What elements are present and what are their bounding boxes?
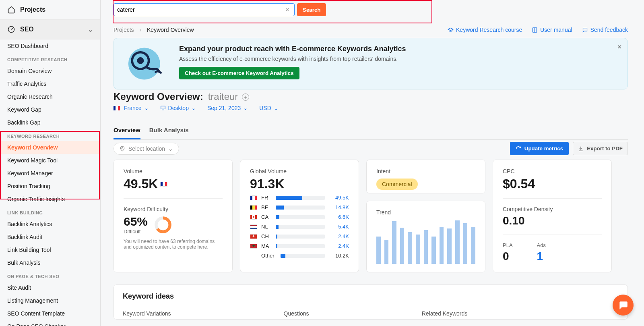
svg-point-5 xyxy=(137,57,144,64)
page-title-wrap: Keyword Overview: traiteur + xyxy=(114,91,249,102)
sidebar-item[interactable]: Backlink Analytics xyxy=(0,218,100,230)
sidebar-item[interactable]: Site Audit xyxy=(0,281,100,294)
sidebar-item[interactable]: Link Building Tool xyxy=(0,243,100,256)
kd-word: Difficult xyxy=(124,228,148,235)
trend-bar xyxy=(440,227,444,264)
trend-bar xyxy=(384,240,389,264)
intent-value: Commercial xyxy=(376,179,418,190)
gv-value[interactable]: 6.6K xyxy=(329,214,349,220)
chevron-down-icon: ⌄ xyxy=(243,105,248,111)
gv-value[interactable]: 14.8K xyxy=(329,204,349,210)
flag-icon xyxy=(250,215,257,220)
banner-cta[interactable]: Check out E-commerce Keyword Analytics xyxy=(179,67,299,79)
export-pdf-button[interactable]: Export to PDF xyxy=(573,142,628,155)
clear-icon[interactable]: × xyxy=(283,6,291,14)
filter-country[interactable]: France ⌄ xyxy=(114,105,149,111)
sidebar-projects[interactable]: Projects xyxy=(0,0,100,19)
trend-bar xyxy=(400,228,405,264)
kd-label: Keyword Difficulty xyxy=(124,206,223,212)
sidebar-item[interactable]: Keyword Gap xyxy=(0,103,100,116)
chevron-down-icon: ⌄ xyxy=(274,105,279,111)
svg-rect-6 xyxy=(161,106,165,109)
add-keyword-button[interactable]: + xyxy=(242,93,249,101)
trend-chart xyxy=(376,220,475,264)
gv-row: NL5.4K xyxy=(250,224,349,230)
trend-bar xyxy=(408,232,412,264)
link-manual[interactable]: User manual xyxy=(532,27,572,33)
gv-country: NL xyxy=(261,224,272,230)
gv-bar xyxy=(276,206,325,210)
kd-value: 65% xyxy=(124,215,148,228)
trend-bar xyxy=(471,227,475,264)
trend-bar xyxy=(424,230,428,264)
sidebar-item[interactable]: Organic Research xyxy=(0,90,100,103)
breadcrumb-root[interactable]: Projects xyxy=(114,27,134,33)
close-icon[interactable]: × xyxy=(617,42,622,52)
ideas-col-questions: Questions xyxy=(284,310,309,317)
search-input[interactable] xyxy=(117,6,283,13)
gv-row-other: Other10.2K xyxy=(250,253,349,259)
gv-bar xyxy=(276,225,325,229)
gv-country: CA xyxy=(261,214,272,220)
sidebar-item[interactable]: Keyword Overview xyxy=(0,141,100,154)
search-button[interactable]: Search xyxy=(297,3,326,16)
update-metrics-button[interactable]: Update metrics xyxy=(510,142,569,155)
cpc-label: CPC xyxy=(503,168,602,174)
cd-label: Competitive Density xyxy=(503,206,602,212)
trend-bar xyxy=(431,237,436,264)
location-select[interactable]: Select location ⌄ xyxy=(114,143,179,155)
gv-value[interactable]: 5.4K xyxy=(329,224,349,230)
sidebar-item[interactable]: Keyword Manager xyxy=(0,167,100,180)
chevron-down-icon: ⌄ xyxy=(168,145,173,152)
sidebar-heading: KEYWORD RESEARCH xyxy=(0,129,100,141)
filter-currency[interactable]: USD ⌄ xyxy=(259,105,279,111)
page-title: Keyword Overview: xyxy=(114,91,203,102)
tab-overview[interactable]: Overview xyxy=(114,123,140,139)
gv-value[interactable]: 49.5K xyxy=(329,195,349,201)
card-cpc: CPC $0.54 Competitive Density 0.10 PLA0 … xyxy=(493,160,612,272)
sidebar-item-dashboard[interactable]: SEO Dashboard xyxy=(0,39,100,52)
sidebar-item[interactable]: Organic Traffic Insights xyxy=(0,193,100,206)
tab-bulk[interactable]: Bulk Analysis xyxy=(149,123,189,139)
sidebar-item[interactable]: Backlink Gap xyxy=(0,116,100,129)
sidebar-item[interactable]: Keyword Magic Tool xyxy=(0,154,100,167)
gv-other-value: 10.2K xyxy=(329,253,349,259)
sidebar-item[interactable]: On Page SEO Checker xyxy=(0,320,100,326)
gv-row: CH2.4K xyxy=(250,233,349,239)
promo-banner: Expand your product reach with E-commerc… xyxy=(114,38,628,89)
sidebar-item[interactable]: Listing Management xyxy=(0,294,100,307)
chat-bubble-icon xyxy=(618,300,628,310)
ads-value[interactable]: 1 xyxy=(537,250,546,263)
gv-value[interactable]: 2.4K xyxy=(329,233,349,239)
main-content: × Search Projects › Keyword Overview Key… xyxy=(101,0,644,326)
gv-bar xyxy=(281,254,325,258)
sidebar-item[interactable]: Position Tracking xyxy=(0,180,100,193)
link-course[interactable]: Keyword Research course xyxy=(448,27,522,33)
flag-fr-icon xyxy=(114,106,120,110)
filter-date[interactable]: Sep 21, 2023 ⌄ xyxy=(207,105,248,111)
sidebar-seo[interactable]: SEO ⌄ xyxy=(0,19,100,39)
book-icon xyxy=(532,27,538,33)
chat-fab[interactable] xyxy=(613,295,634,316)
gv-value[interactable]: 2.4K xyxy=(329,243,349,249)
sidebar-item[interactable]: Domain Overview xyxy=(0,64,100,77)
card-trend: Trend xyxy=(366,201,485,272)
tabs: Overview Bulk Analysis xyxy=(114,123,628,140)
sidebar-heading: COMPETITIVE RESEARCH xyxy=(0,52,100,64)
card-keyword-ideas: Keyword ideas Keyword Variations Questio… xyxy=(114,284,628,320)
ideas-title: Keyword ideas xyxy=(123,292,619,301)
sidebar-item[interactable]: Backlink Audit xyxy=(0,230,100,243)
sidebar-item[interactable]: Bulk Analysis xyxy=(0,256,100,269)
filter-device[interactable]: Desktop ⌄ xyxy=(160,105,196,111)
link-feedback[interactable]: Send feedback xyxy=(582,27,628,33)
chevron-down-icon: ⌄ xyxy=(88,26,93,33)
gv-other-label: Other xyxy=(261,253,277,259)
flag-icon xyxy=(250,234,257,239)
breadcrumb-separator: › xyxy=(139,27,141,33)
sidebar-item[interactable]: SEO Content Template xyxy=(0,307,100,320)
ideas-col-related: Related Keywords xyxy=(422,310,468,317)
sidebar-item[interactable]: Traffic Analytics xyxy=(0,77,100,90)
breadcrumb: Projects › Keyword Overview xyxy=(114,27,194,33)
trend-label: Trend xyxy=(376,209,475,216)
ideas-col-variations: Keyword Variations xyxy=(123,310,171,317)
